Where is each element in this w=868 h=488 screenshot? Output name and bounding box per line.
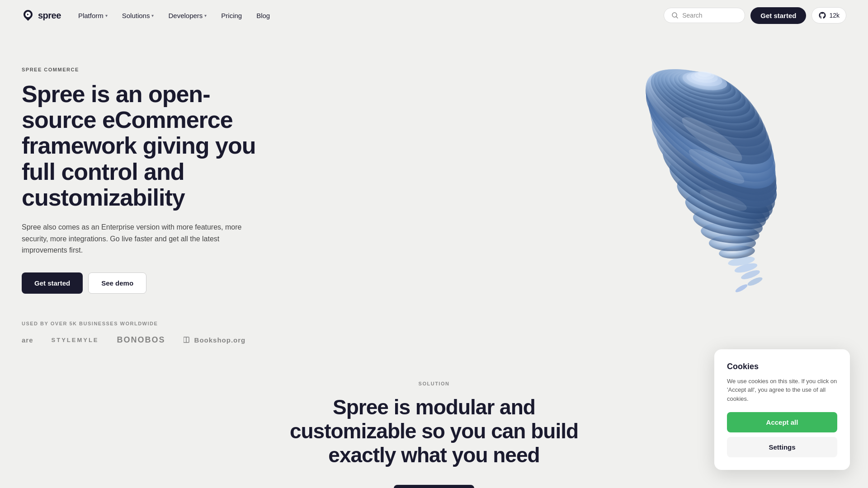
hero-see-demo-button[interactable]: See demo: [88, 272, 146, 294]
github-badge[interactable]: 12k: [811, 7, 846, 23]
hero-badge: SPREE COMMERCE: [22, 67, 275, 72]
logo-link[interactable]: spree: [22, 9, 61, 22]
nav-solutions[interactable]: Solutions ▾: [116, 8, 160, 23]
svg-point-2: [735, 283, 749, 294]
see-features-button[interactable]: See all Features: [394, 485, 474, 488]
search-placeholder: Search: [682, 12, 702, 19]
nav-right: Search Get started 12k: [664, 7, 846, 24]
nav-get-started-button[interactable]: Get started: [750, 7, 806, 24]
nav-pricing[interactable]: Pricing: [215, 8, 248, 23]
github-icon: [818, 11, 826, 19]
cookie-text: We use cookies on this site. If you clic…: [727, 377, 837, 404]
cookie-settings-button[interactable]: Settings: [727, 437, 837, 457]
hero-title: Spree is an open-source eCommerce framew…: [22, 81, 275, 211]
nav-blog[interactable]: Blog: [250, 8, 276, 23]
clients-section: USED BY OVER 5K BUSINESSES WORLDWIDE are…: [22, 321, 275, 345]
hero-section: SPREE COMMERCE Spree is an open-source e…: [0, 31, 868, 345]
developers-chevron-icon: ▾: [204, 13, 207, 18]
client-logo-bookshop: Bookshop.org: [184, 336, 246, 344]
accept-all-button[interactable]: Accept all: [727, 412, 837, 432]
navbar: spree Platform ▾ Solutions ▾ Developers …: [0, 0, 868, 31]
bookshop-icon: [184, 337, 192, 343]
platform-chevron-icon: ▾: [105, 13, 108, 18]
clients-label: USED BY OVER 5K BUSINESSES WORLDWIDE: [22, 321, 275, 326]
hero-get-started-button[interactable]: Get started: [22, 272, 83, 294]
cookie-banner: Cookies We use cookies on this site. If …: [714, 349, 850, 470]
hero-buttons: Get started See demo: [22, 272, 275, 294]
hero-content: SPREE COMMERCE Spree is an open-source e…: [22, 58, 275, 345]
logo-text: spree: [38, 10, 61, 21]
nav-links: Platform ▾ Solutions ▾ Developers ▾ Pric…: [72, 8, 276, 23]
client-logo-stylemyle: STYLEMYLE: [52, 337, 99, 343]
solution-title: Spree is modular and customizable so you…: [276, 395, 592, 467]
clients-logos: are STYLEMYLE BONOBOS Bookshop.org: [22, 335, 275, 345]
hero-3d-visual: [552, 31, 868, 311]
github-count: 12k: [829, 12, 840, 19]
nav-left: spree Platform ▾ Solutions ▾ Developers …: [22, 8, 276, 23]
nav-platform[interactable]: Platform ▾: [72, 8, 114, 23]
client-logo-are: are: [22, 336, 33, 344]
solutions-chevron-icon: ▾: [151, 13, 154, 18]
search-icon: [671, 12, 679, 19]
cookie-title: Cookies: [727, 362, 837, 371]
spree-logo-icon: [22, 9, 34, 22]
hero-description: Spree also comes as an Enterprise versio…: [22, 221, 248, 256]
search-bar[interactable]: Search: [664, 8, 745, 23]
client-logo-bonobos: BONOBOS: [117, 335, 165, 345]
nav-developers[interactable]: Developers ▾: [162, 8, 213, 23]
